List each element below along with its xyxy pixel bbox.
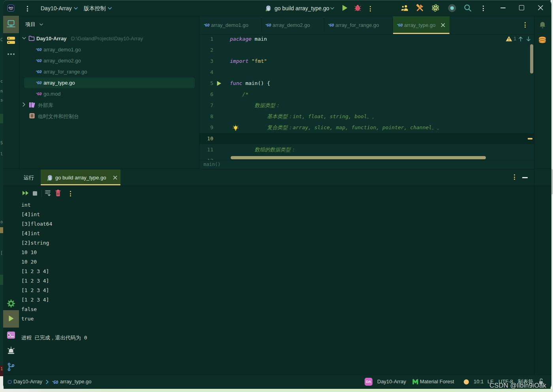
screen-record-icon[interactable] [448,4,456,12]
close-button[interactable] [538,5,544,11]
statusbar-breadcrumb-file[interactable]: array_type.go [60,379,92,385]
editor-tab[interactable]: array_for_range.go [335,22,379,28]
maximize-button[interactable] [519,5,524,10]
console-line: [4]int [21,210,87,219]
run-button[interactable] [342,4,348,11]
tree-item[interactable]: array_for_range.go [43,69,87,75]
prev-problem-icon[interactable] [518,36,523,41]
chevron-down-icon[interactable] [108,7,112,9]
close-tab-icon[interactable] [441,23,445,27]
tree-item[interactable]: go.mod [43,91,60,97]
run-tab[interactable]: go build array_type.go [55,175,106,181]
ai-assistant-icon[interactable] [431,4,440,12]
run-line-gutter-icon[interactable] [216,81,222,86]
tree-item-scratches[interactable]: 临时文件和控制台 [38,113,79,120]
tools-icon[interactable] [416,4,424,12]
tree-root-name[interactable]: Day10-Array [36,36,67,42]
code-line[interactable]: 2 [199,45,534,56]
main-menu-button[interactable] [27,6,28,11]
run-more-actions-button[interactable] [370,6,371,11]
code-line[interactable]: 9 复合类型：array, slice, map, function, poin… [199,122,534,133]
code-line[interactable]: 3import "fmt" [199,56,534,67]
editor-tab-active[interactable]: array_type.go [404,22,436,28]
terminal-tool-icon[interactable] [7,331,15,339]
console-line: int [21,200,87,210]
project-panel-title[interactable]: 项目 [25,21,36,28]
clear-console-button[interactable] [55,190,61,196]
goland-logo[interactable]: GO [8,5,14,11]
database-icon[interactable] [538,36,546,44]
project-tool-icon[interactable] [7,20,15,28]
tree-item-selected[interactable]: array_type.go [43,80,75,86]
editor-horizontal-scrollbar[interactable] [231,156,486,159]
search-icon[interactable] [464,4,472,12]
tree-item-external-libraries[interactable]: 外部库 [38,102,53,109]
git-tool-icon[interactable] [8,363,15,371]
console-line: [3]float64 [21,219,87,229]
editor-code[interactable]: 1package main23import "fmt"45func main()… [199,34,534,160]
code-line[interactable]: 11 数组的数据类型： [199,144,534,155]
code-line[interactable]: 5func main() { [199,78,534,89]
editor-breadcrumb[interactable]: main() [203,162,220,167]
editor-run-split[interactable] [3,169,551,169]
settings-icon[interactable] [7,300,15,307]
chevron-down-icon[interactable] [22,37,26,40]
statusbar-breadcrumb-project[interactable]: Day10-Array [13,379,42,385]
editor-tab[interactable]: array_demo2.go [273,22,310,28]
problems-tool-icon[interactable] [7,347,15,355]
code-line[interactable]: 1package main [199,34,534,45]
stop-button[interactable] [33,191,37,196]
more-tools-icon[interactable] [8,53,15,55]
run-panel-options-button[interactable] [514,174,515,180]
next-problem-icon[interactable] [526,36,531,41]
code-line[interactable]: 6 /* [199,89,534,100]
notifications-bell-icon[interactable] [539,21,546,28]
statusbar-theme-name[interactable]: Material Forest [420,379,454,385]
rerun-button[interactable] [22,190,29,196]
hide-panel-button[interactable] [522,177,528,178]
gopher-icon[interactable] [265,5,272,11]
vcs-menu[interactable]: 版本控制 [84,5,106,12]
debug-button[interactable] [354,4,361,11]
console-more-button[interactable] [70,191,71,196]
code-line[interactable]: 7 数据类型： [199,100,534,111]
console-line: true [21,314,87,324]
ide-window: GO Day10-Array 版本控制 go build array_type.… [3,0,551,389]
tab-list-button[interactable] [525,22,526,28]
page-background [0,389,553,392]
run-configuration[interactable]: go build array_type.go [275,5,329,11]
chevron-down-icon[interactable] [330,7,334,9]
code-with-me-icon[interactable] [401,5,409,11]
tree-item[interactable]: array_demo2.go [43,58,81,64]
console-output[interactable]: int[4]int[3]float64[4]int[2]string10 101… [21,200,87,343]
project-badge[interactable]: DA [365,378,372,386]
go-mod-icon: GO [36,91,42,96]
minimize-button[interactable] [500,8,506,8]
code-line[interactable]: 10 [199,133,534,144]
chevron-down-icon[interactable] [40,23,43,26]
tree-item[interactable]: array_demo1.go [43,47,81,53]
commit-tool-icon[interactable] [7,36,15,44]
editor-vertical-scrollbar[interactable] [530,44,533,74]
chevron-down-icon[interactable] [74,7,78,9]
svg-text:GO: GO [37,47,42,52]
status-indicator-dot[interactable] [464,379,469,384]
code-line[interactable]: 4 [199,67,534,78]
project-menu[interactable]: Day10-Array [41,5,72,11]
window-more-button[interactable] [483,6,484,11]
svg-text:GO: GO [329,23,334,27]
run-tool-icon[interactable] [8,315,14,322]
bg-text-fragment: o [0,220,3,224]
caret-position[interactable]: 10:1 [474,379,483,385]
console-line: 进程 已完成，退出代码为 0 [21,333,87,343]
statusbar-project-name[interactable]: Day10-Array [377,379,406,385]
console-line: [2]string [21,238,87,248]
scroll-to-end-button[interactable] [45,190,51,196]
warning-icon[interactable] [506,36,512,41]
intention-bulb-icon[interactable] [233,125,239,131]
code-line[interactable]: 8 基本类型：int, float, string, bool。。 [199,111,534,122]
close-tab-icon[interactable] [113,175,117,180]
run-panel-title[interactable]: 运行 [24,175,34,181]
chevron-right-icon[interactable] [23,102,25,107]
editor-tab[interactable]: array_demo1.go [211,22,248,28]
